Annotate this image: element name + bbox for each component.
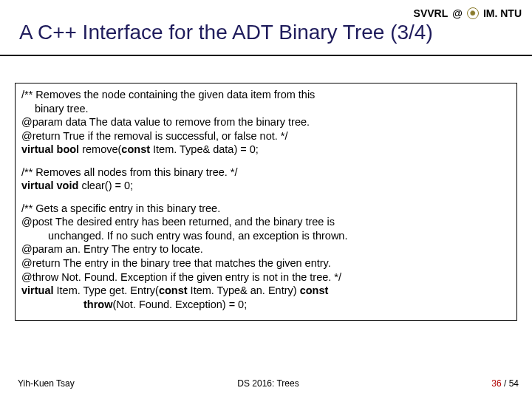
code-line: @post The desired entry has been returne…	[21, 216, 335, 228]
kw-const-trail: const	[300, 284, 329, 296]
slide-title: A C++ Interface for the ADT Binary Tree …	[19, 21, 433, 44]
code-line: unchanged. If no such entry was found, a…	[21, 229, 511, 243]
code-line: @return True if the removal is successfu…	[21, 130, 287, 142]
org-right: IM. NTU	[483, 7, 522, 19]
kw-const: const	[159, 284, 191, 296]
code-line: @param an. Entry The entry to locate.	[21, 243, 203, 255]
title-divider	[0, 55, 532, 56]
kw-virtual: virtual	[21, 284, 57, 296]
university-logo-icon: ✺	[467, 7, 479, 19]
footer-course: DS 2016: Trees	[18, 378, 519, 389]
code-line: /** Removes the node containing the give…	[21, 89, 315, 100]
code-text: Item. Type& data) = 0;	[153, 143, 259, 155]
code-text: Item. Type& an. Entry)	[191, 284, 300, 296]
code-signature: virtual void clear() = 0;	[21, 180, 133, 191]
code-line: /** Removes all nodes from this binary t…	[21, 166, 238, 178]
code-text: (Not. Found. Exception) = 0;	[112, 299, 247, 310]
code-block-remove: /** Removes the node containing the give…	[21, 88, 511, 157]
kw-virtual-void: virtual void	[21, 180, 81, 191]
code-line: @return The entry in the binary tree tha…	[21, 257, 331, 269]
kw-virtual-bool: virtual bool	[21, 143, 82, 155]
code-text: remove(	[82, 143, 121, 155]
code-line: binary tree.	[21, 102, 511, 116]
slide: SVVRL @ ✺ IM. NTU A C++ Interface for th…	[0, 0, 532, 399]
at-text: @	[452, 7, 463, 19]
code-block-clear: /** Removes all nodes from this binary t…	[21, 166, 511, 193]
code-text: Item. Type get. Entry(	[57, 284, 159, 296]
kw-throw: throw	[83, 299, 112, 310]
code-box: /** Removes the node containing the give…	[15, 83, 517, 321]
code-signature: virtual Item. Type get. Entry(const Item…	[21, 284, 328, 296]
code-text: clear() = 0;	[81, 180, 133, 191]
kw-const: const	[121, 143, 153, 155]
code-line: @throw Not. Found. Exception if the give…	[21, 271, 341, 283]
code-signature: virtual bool remove(const Item. Type& da…	[21, 143, 259, 155]
footer: Yih-Kuen Tsay DS 2016: Trees 36 / 54	[18, 378, 519, 389]
org-left: SVVRL	[414, 7, 449, 19]
code-line: /** Gets a specific entry in this binary…	[21, 202, 220, 214]
code-block-getentry: /** Gets a specific entry in this binary…	[21, 202, 511, 311]
code-signature-cont: throw(Not. Found. Exception) = 0;	[21, 298, 511, 312]
code-line: @param data The data value to remove fro…	[21, 116, 310, 128]
header-affiliation: SVVRL @ ✺ IM. NTU	[414, 7, 522, 19]
